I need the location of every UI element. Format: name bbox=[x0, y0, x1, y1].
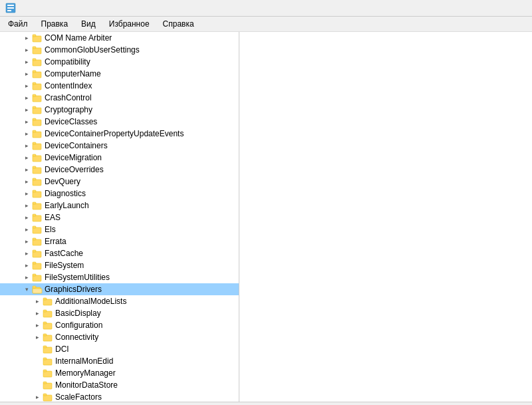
tree-item-file-system-utilities[interactable]: ▸ FileSystemUtilities bbox=[0, 271, 239, 283]
tree-item-errata[interactable]: ▸ Errata bbox=[0, 235, 239, 247]
svg-rect-50 bbox=[43, 298, 47, 300]
tree-expander[interactable]: ▸ bbox=[21, 45, 32, 55]
tree-item-device-container-property[interactable]: ▸ DeviceContainerPropertyUpdateEvents bbox=[0, 128, 239, 140]
folder-icon bbox=[32, 189, 43, 198]
tree-item-computer-name[interactable]: ▸ ComputerName bbox=[0, 68, 239, 80]
tree-expander[interactable]: ▸ bbox=[21, 152, 32, 163]
svg-rect-49 bbox=[43, 299, 52, 305]
menu-item-menu-favorites[interactable]: Избранное bbox=[104, 18, 155, 30]
tree-expander[interactable]: ▸ bbox=[21, 68, 32, 79]
tree-expander[interactable]: ▸ bbox=[32, 332, 43, 342]
tree-item-com-name-arbiter[interactable]: ▸ COM Name Arbiter bbox=[0, 32, 239, 44]
tree-item-common-glob-user-settings[interactable]: ▸ CommonGlobUserSettings bbox=[0, 44, 239, 56]
folder-icon bbox=[43, 380, 53, 390]
folder-icon bbox=[32, 201, 43, 210]
tree-expander[interactable]: ▸ bbox=[21, 92, 32, 103]
tree-expander[interactable]: ▸ bbox=[21, 188, 32, 199]
menu-item-menu-edit[interactable]: Правка bbox=[36, 18, 74, 30]
svg-rect-57 bbox=[43, 347, 52, 353]
tree-expander[interactable] bbox=[32, 380, 43, 390]
tree-expander[interactable]: ▸ bbox=[21, 164, 32, 175]
tree-label: DeviceContainers bbox=[45, 141, 108, 150]
svg-rect-1 bbox=[7, 5, 14, 6]
svg-rect-30 bbox=[33, 192, 41, 198]
tree-item-basic-display[interactable]: ▸ BasicDisplay bbox=[0, 307, 239, 319]
tree-item-graphics-drivers[interactable]: ▾ GraphicsDrivers bbox=[0, 283, 239, 295]
tree-item-configuration[interactable]: ▸ Configuration bbox=[0, 319, 239, 331]
tree-expander[interactable]: ▸ bbox=[21, 224, 32, 235]
svg-rect-62 bbox=[43, 370, 47, 372]
tree-label: DeviceContainerPropertyUpdateEvents bbox=[45, 129, 184, 138]
tree-label: MonitorDataStore bbox=[55, 380, 118, 390]
tree-item-device-migration[interactable]: ▸ DeviceMigration bbox=[0, 152, 239, 164]
tree-item-file-system[interactable]: ▸ FileSystem bbox=[0, 259, 239, 271]
tree-item-eas[interactable]: ▸ EAS bbox=[0, 211, 239, 223]
tree-expander[interactable]: ▸ bbox=[32, 296, 43, 307]
tree-item-els[interactable]: ▸ Els bbox=[0, 223, 239, 235]
svg-rect-63 bbox=[43, 383, 52, 389]
tree-item-early-launch[interactable]: ▸ EarlyLaunch bbox=[0, 200, 239, 211]
tree-item-crash-control[interactable]: ▸ CrashControl bbox=[0, 92, 239, 104]
app-icon bbox=[5, 3, 16, 13]
svg-rect-13 bbox=[33, 82, 36, 84]
tree-item-dev-query[interactable]: ▸ DevQuery bbox=[0, 176, 239, 188]
folder-icon bbox=[32, 249, 43, 258]
tree-expander[interactable]: ▸ bbox=[21, 128, 32, 139]
tree-item-device-overrides[interactable]: ▸ DeviceOverrides bbox=[0, 164, 239, 176]
values-panel bbox=[239, 32, 532, 402]
tree-item-diagnostics[interactable]: ▸ Diagnostics bbox=[0, 188, 239, 200]
tree-item-connectivity[interactable]: ▸ Connectivity bbox=[0, 331, 239, 343]
svg-rect-42 bbox=[33, 263, 41, 269]
menu-item-menu-view[interactable]: Вид bbox=[76, 18, 101, 30]
tree-item-dci[interactable]: DCI bbox=[0, 343, 239, 355]
tree-label: DeviceMigration bbox=[45, 153, 102, 162]
tree-expander[interactable]: ▸ bbox=[21, 104, 32, 115]
tree-expander[interactable]: ▸ bbox=[21, 236, 32, 247]
svg-rect-4 bbox=[33, 36, 41, 42]
menu-item-menu-help[interactable]: Справка bbox=[158, 18, 200, 30]
tree-expander[interactable] bbox=[32, 344, 43, 354]
tree-expander[interactable]: ▸ bbox=[21, 272, 32, 283]
tree-item-device-classes[interactable]: ▸ DeviceClasses bbox=[0, 116, 239, 128]
tree-expander[interactable]: ▸ bbox=[21, 212, 32, 223]
svg-rect-8 bbox=[33, 60, 41, 66]
tree-expander[interactable]: ▸ bbox=[21, 80, 32, 91]
tree-item-content-index[interactable]: ▸ ContentIndex bbox=[0, 80, 239, 92]
tree-expander[interactable]: ▾ bbox=[21, 284, 32, 295]
svg-rect-26 bbox=[33, 168, 41, 174]
folder-icon bbox=[32, 81, 43, 90]
tree-item-device-containers[interactable]: ▸ DeviceContainers bbox=[0, 140, 239, 152]
tree-item-compatibility[interactable]: ▸ Compatibility bbox=[0, 56, 239, 68]
tree-item-additional-mode-lists[interactable]: ▸ AdditionalModeLists bbox=[0, 295, 239, 307]
tree-item-monitor-data-store[interactable]: MonitorDataStore bbox=[0, 379, 239, 391]
tree-expander[interactable]: ▸ bbox=[21, 260, 32, 271]
tree-expander[interactable] bbox=[32, 368, 43, 378]
tree-expander[interactable]: ▸ bbox=[21, 140, 32, 151]
tree-expander[interactable]: ▸ bbox=[21, 57, 32, 67]
tree-item-internal-mon-edid[interactable]: InternalMonEdid bbox=[0, 355, 239, 367]
main-content: ▸ COM Name Arbiter▸ CommonGlobUserSettin… bbox=[0, 32, 532, 402]
tree-expander[interactable]: ▸ bbox=[21, 116, 32, 127]
tree-expander[interactable]: ▸ bbox=[21, 33, 32, 43]
tree-item-scale-factors[interactable]: ▸ ScaleFactors bbox=[0, 391, 239, 402]
tree-item-fast-cache[interactable]: ▸ FastCache bbox=[0, 247, 239, 259]
tree-item-memory-manager[interactable]: MemoryManager bbox=[0, 367, 239, 379]
tree-expander[interactable]: ▸ bbox=[32, 320, 43, 331]
svg-rect-60 bbox=[43, 358, 47, 360]
svg-rect-29 bbox=[33, 178, 36, 180]
tree-expander[interactable]: ▸ bbox=[21, 176, 32, 187]
tree-expander[interactable]: ▸ bbox=[21, 248, 32, 259]
svg-rect-6 bbox=[33, 48, 41, 54]
svg-rect-37 bbox=[33, 226, 36, 228]
svg-rect-27 bbox=[33, 166, 36, 168]
folder-icon bbox=[32, 45, 43, 55]
svg-rect-21 bbox=[33, 130, 36, 132]
menu-item-menu-file[interactable]: Файл bbox=[3, 18, 33, 30]
tree-expander[interactable] bbox=[32, 356, 43, 366]
tree-item-cryptography[interactable]: ▸ Cryptography bbox=[0, 104, 239, 116]
svg-rect-66 bbox=[43, 394, 47, 396]
tree-expander[interactable]: ▸ bbox=[32, 308, 43, 319]
tree-expander[interactable]: ▸ bbox=[21, 200, 32, 211]
tree-expander[interactable]: ▸ bbox=[32, 392, 43, 402]
svg-rect-25 bbox=[33, 154, 36, 156]
